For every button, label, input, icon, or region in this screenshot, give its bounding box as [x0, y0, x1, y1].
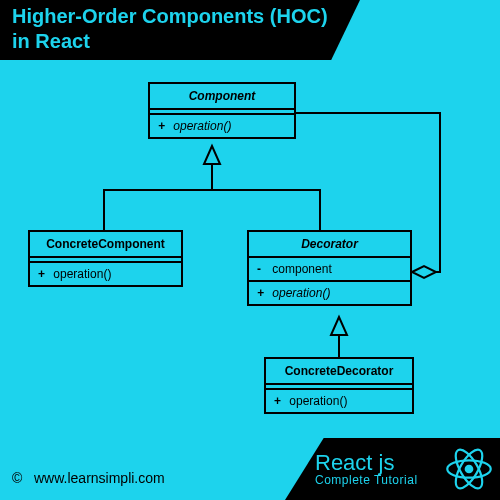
uml-class-component: Component + operation() — [148, 82, 296, 139]
visibility: + — [257, 286, 269, 300]
class-attribute: - component — [249, 258, 410, 280]
class-operation: + operation() — [30, 263, 181, 285]
visibility: + — [158, 119, 170, 133]
footer-subtitle: Complete Tutorial — [315, 474, 418, 487]
title-line-2: in React — [12, 30, 90, 52]
svg-marker-3 — [331, 317, 347, 335]
title-line-1: Higher-Order Components (HOC) — [12, 5, 328, 27]
visibility: + — [274, 394, 286, 408]
class-name: ConcreteComponent — [30, 232, 181, 258]
copyright: © www.learnsimpli.com — [12, 470, 165, 486]
svg-marker-1 — [204, 146, 220, 164]
attribute-name: component — [272, 262, 331, 276]
class-name: Component — [150, 84, 294, 110]
operation-name: operation() — [289, 394, 347, 408]
class-name: Decorator — [249, 232, 410, 258]
class-operation: + operation() — [249, 280, 410, 304]
svg-marker-4 — [412, 266, 436, 278]
visibility: + — [38, 267, 50, 281]
class-operation: + operation() — [150, 115, 294, 137]
visibility: - — [257, 262, 269, 276]
uml-class-concrete-decorator: ConcreteDecorator + operation() — [264, 357, 414, 414]
uml-class-concrete-component: ConcreteComponent + operation() — [28, 230, 183, 287]
class-name: ConcreteDecorator — [266, 359, 412, 385]
operation-name: operation() — [53, 267, 111, 281]
svg-point-5 — [465, 465, 474, 474]
page-title: Higher-Order Components (HOC) in React — [0, 0, 360, 60]
copyright-text: www.learnsimpli.com — [34, 470, 165, 486]
operation-name: operation() — [272, 286, 330, 300]
footer-title: React js — [315, 451, 418, 474]
copyright-symbol: © — [12, 470, 22, 486]
uml-class-decorator: Decorator - component + operation() — [247, 230, 412, 306]
react-logo-icon — [444, 444, 494, 494]
operation-name: operation() — [173, 119, 231, 133]
class-operation: + operation() — [266, 390, 412, 412]
